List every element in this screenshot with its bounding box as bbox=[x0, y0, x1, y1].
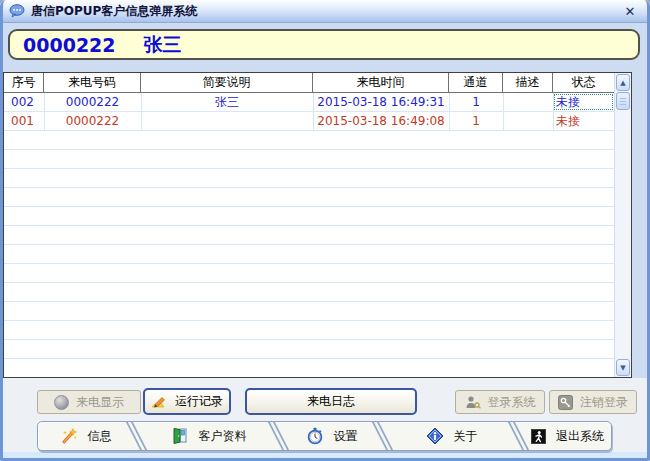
cell-number: 0000222 bbox=[44, 93, 141, 111]
call-log-button[interactable]: 来电日志 bbox=[245, 388, 417, 415]
title-bar: 唐信POPUP客户信息弹屏系统 ✕ bbox=[0, 0, 650, 23]
window-title: 唐信POPUP客户信息弹屏系统 bbox=[31, 3, 197, 20]
tab-exit-label: 退出系统 bbox=[556, 428, 604, 445]
cell-status: 未接 bbox=[553, 93, 614, 111]
caller-banner: 0000222 张三 bbox=[8, 29, 640, 60]
app-window: 唐信POPUP客户信息弹屏系统 ✕ 0000222 张三 序号 来电号码 简要说… bbox=[0, 0, 650, 461]
logout-button[interactable]: 注销登录 bbox=[549, 390, 637, 414]
speech-bubble-icon bbox=[9, 4, 25, 18]
col-header-channel[interactable]: 通道 bbox=[449, 73, 503, 92]
door-icon bbox=[171, 427, 189, 445]
scroll-up-icon[interactable]: ▲ bbox=[616, 74, 630, 91]
cell-channel: 1 bbox=[449, 93, 503, 111]
table-header-row: 序号 来电号码 简要说明 来电时间 通道 描述 状态 bbox=[4, 73, 614, 93]
col-header-status[interactable]: 状态 bbox=[553, 73, 614, 92]
table-body: 002 0000222 张三 2015-03-18 16:49:31 1 未接 … bbox=[4, 93, 614, 377]
close-icon[interactable]: ✕ bbox=[619, 4, 641, 19]
caller-display-label: 来电显示 bbox=[76, 394, 124, 411]
logout-label: 注销登录 bbox=[580, 394, 628, 411]
caller-number: 0000222 bbox=[23, 34, 116, 56]
run-log-button[interactable]: 运行记录 bbox=[143, 388, 231, 415]
call-log-label: 来电日志 bbox=[307, 393, 355, 410]
login-label: 登录系统 bbox=[488, 394, 536, 411]
key-icon bbox=[558, 395, 573, 410]
caller-display-button[interactable]: 来电显示 bbox=[37, 390, 141, 414]
cell-memo bbox=[503, 112, 553, 130]
vertical-scrollbar[interactable]: ▲ ▼ bbox=[614, 73, 631, 377]
status-strip bbox=[0, 452, 650, 461]
tab-settings[interactable]: 设置 bbox=[284, 422, 379, 450]
col-header-number[interactable]: 来电号码 bbox=[44, 73, 141, 92]
call-list-table: 序号 来电号码 简要说明 来电时间 通道 描述 状态 002 0000222 张… bbox=[3, 72, 632, 378]
tab-divider bbox=[515, 422, 524, 450]
cell-status: 未接 bbox=[553, 112, 614, 130]
sphere-icon bbox=[54, 395, 69, 410]
exit-runner-icon bbox=[531, 429, 546, 444]
tab-divider bbox=[275, 422, 284, 450]
scrollbar-thumb[interactable] bbox=[616, 92, 630, 110]
tab-customer-data[interactable]: 客户资料 bbox=[142, 422, 275, 450]
tab-exit[interactable]: 退出系统 bbox=[524, 422, 611, 450]
caller-name: 张三 bbox=[144, 32, 182, 58]
cell-note bbox=[141, 112, 313, 130]
pencil-icon bbox=[151, 395, 168, 409]
col-header-seq[interactable]: 序号 bbox=[4, 73, 44, 92]
col-header-memo[interactable]: 描述 bbox=[503, 73, 553, 92]
tab-settings-label: 设置 bbox=[334, 428, 358, 445]
tab-info-label: 信息 bbox=[88, 428, 112, 445]
cell-seq: 002 bbox=[4, 93, 44, 111]
run-log-label: 运行记录 bbox=[175, 393, 223, 410]
col-header-time[interactable]: 来电时间 bbox=[313, 73, 449, 92]
cell-time: 2015-03-18 16:49:31 bbox=[313, 93, 449, 111]
tab-divider bbox=[379, 422, 388, 450]
tab-divider bbox=[133, 422, 142, 450]
scroll-down-icon[interactable]: ▼ bbox=[616, 359, 630, 376]
cell-memo bbox=[503, 93, 553, 111]
cell-time: 2015-03-18 16:49:08 bbox=[313, 112, 449, 130]
wand-icon bbox=[60, 427, 78, 445]
cell-channel: 1 bbox=[449, 112, 503, 130]
empty-grid-rows bbox=[4, 131, 614, 377]
bottom-tab-bar: 信息 客户资料 设置 bbox=[37, 421, 612, 451]
info-diamond-icon bbox=[426, 427, 444, 445]
tab-info[interactable]: 信息 bbox=[38, 422, 133, 450]
tab-customer-data-label: 客户资料 bbox=[199, 428, 247, 445]
table-row[interactable]: 002 0000222 张三 2015-03-18 16:49:31 1 未接 bbox=[4, 93, 614, 112]
tab-about-label: 关于 bbox=[454, 428, 478, 445]
cell-number: 0000222 bbox=[44, 112, 141, 130]
stopwatch-icon bbox=[306, 427, 324, 445]
tab-about[interactable]: 关于 bbox=[388, 422, 515, 450]
cell-seq: 001 bbox=[4, 112, 44, 130]
table-row[interactable]: 001 0000222 2015-03-18 16:49:08 1 未接 bbox=[4, 112, 614, 131]
col-header-note[interactable]: 简要说明 bbox=[141, 73, 313, 92]
login-button[interactable]: 登录系统 bbox=[455, 390, 545, 414]
cell-note: 张三 bbox=[141, 93, 313, 111]
user-key-icon bbox=[465, 395, 481, 409]
